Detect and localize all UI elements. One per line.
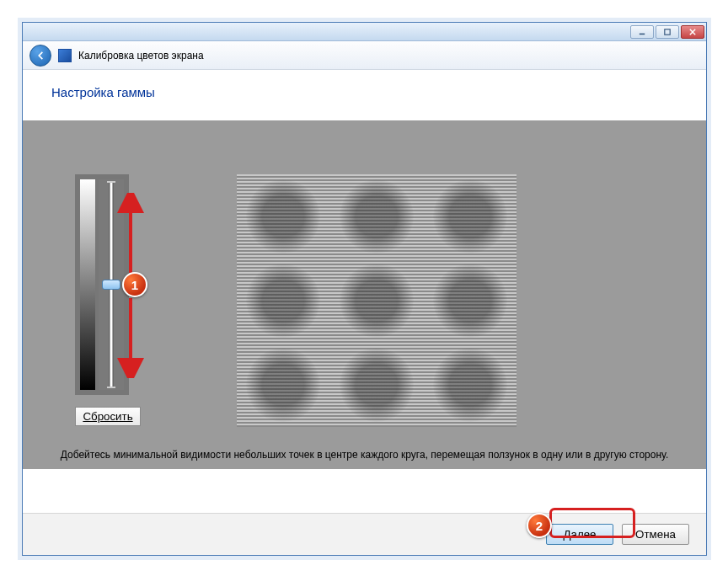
gradient-bar bbox=[80, 179, 95, 390]
app-icon bbox=[58, 49, 72, 62]
navbar: Калибровка цветов экрана bbox=[23, 41, 706, 70]
nav-title: Калибровка цветов экрана bbox=[78, 50, 204, 61]
gamma-cell bbox=[237, 174, 330, 259]
gamma-cell bbox=[330, 259, 424, 343]
cancel-button[interactable]: Отмена bbox=[622, 524, 689, 545]
maximize-button[interactable] bbox=[656, 25, 679, 39]
arrow-left-icon bbox=[35, 50, 46, 61]
svg-rect-1 bbox=[665, 29, 670, 34]
gamma-slider-unit: Сбросить bbox=[75, 174, 153, 426]
tick-top bbox=[107, 181, 115, 183]
minimize-button[interactable] bbox=[630, 25, 654, 39]
gamma-panel: Сбросить 1 bbox=[23, 120, 706, 469]
slider-track[interactable] bbox=[99, 179, 124, 390]
tick-bottom bbox=[107, 387, 115, 388]
next-button[interactable]: Далее bbox=[546, 524, 613, 545]
reset-button[interactable]: Сбросить bbox=[75, 407, 141, 426]
gamma-slider-box bbox=[75, 174, 129, 395]
gamma-cell bbox=[423, 259, 517, 343]
page-heading: Настройка гаммы bbox=[51, 85, 677, 99]
close-button[interactable] bbox=[681, 25, 704, 39]
gamma-cell bbox=[237, 259, 330, 343]
titlebar bbox=[23, 23, 706, 41]
gamma-cell bbox=[330, 343, 424, 427]
wizard-window: Калибровка цветов экрана Настройка гаммы… bbox=[22, 22, 707, 556]
back-button[interactable] bbox=[29, 45, 51, 67]
gamma-cell bbox=[423, 343, 517, 427]
gamma-test-grid bbox=[237, 174, 517, 427]
gamma-cell bbox=[237, 343, 330, 427]
gamma-cell bbox=[423, 174, 517, 259]
content-area: Настройка гаммы Сбросить bbox=[23, 70, 706, 513]
gamma-cell bbox=[330, 174, 424, 259]
slider-thumb[interactable] bbox=[102, 280, 120, 290]
footer: Далее Отмена bbox=[23, 513, 706, 555]
svg-rect-0 bbox=[640, 33, 645, 35]
instruction-text: Добейтесь минимальной видимости небольши… bbox=[23, 447, 706, 462]
